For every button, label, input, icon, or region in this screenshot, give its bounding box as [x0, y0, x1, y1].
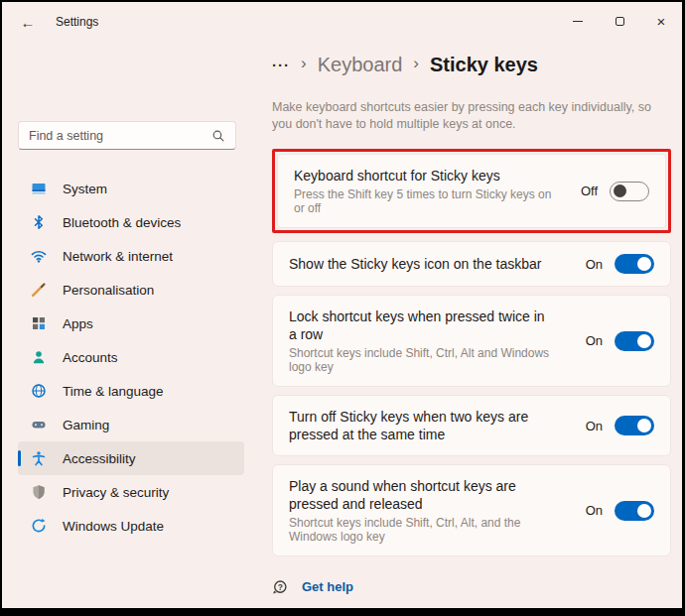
lock-shortcut-toggle[interactable] — [615, 331, 654, 351]
setting-title: Keyboard shortcut for Sticky keys — [294, 167, 554, 185]
sidebar-item-label: System — [63, 182, 107, 196]
sidebar-item-time-language[interactable]: Time & language — [18, 374, 244, 408]
apps-icon — [31, 315, 47, 331]
search-icon — [211, 129, 225, 143]
sidebar-item-label: Accounts — [63, 350, 118, 365]
play-sound-toggle[interactable] — [615, 501, 654, 521]
toggle-knob — [614, 185, 626, 197]
maximize-icon — [616, 17, 624, 26]
sidebar-item-label: Privacy & security — [63, 485, 169, 500]
setting-title: Turn off Sticky keys when two keys are p… — [289, 408, 549, 443]
help-icon: ? — [272, 579, 288, 595]
sidebar-item-label: Time & language — [63, 384, 164, 399]
accessibility-icon — [31, 450, 47, 466]
sidebar-item-system[interactable]: System — [18, 172, 244, 205]
toggle-state-label: On — [586, 419, 603, 433]
sidebar-item-accounts[interactable]: Accounts — [18, 340, 244, 374]
main-content: ··· › Keyboard › Sticky keys Make keyboa… — [260, 42, 682, 608]
setting-card-play-sound: Play a sound when shortcut keys are pres… — [272, 464, 671, 556]
sidebar-item-bluetooth-devices[interactable]: Bluetooth & devices — [18, 205, 244, 239]
sidebar-item-label: Bluetooth & devices — [63, 215, 181, 230]
gaming-icon — [31, 417, 47, 432]
turn-off-two-keys-toggle[interactable] — [615, 416, 654, 435]
toggle-knob — [637, 257, 651, 271]
settings-window: ← Settings × System Bluetooth & dev — [2, 2, 682, 608]
setting-card-keyboard-shortcut: Keyboard shortcut for Sticky keys Press … — [277, 154, 666, 228]
setting-card-lock-shortcut: Lock shortcut keys when pressed twice in… — [272, 295, 671, 387]
search-box[interactable] — [18, 121, 236, 150]
feedback-icon — [272, 608, 288, 609]
page-title: Sticky keys — [430, 54, 538, 76]
sidebar-item-apps[interactable]: Apps — [18, 307, 244, 340]
get-help-link[interactable]: ? Get help — [272, 572, 353, 601]
breadcrumb-ellipsis-button[interactable]: ··· — [272, 57, 290, 73]
setting-title: Lock shortcut keys when pressed twice in… — [289, 308, 549, 343]
back-button[interactable]: ← — [12, 7, 44, 37]
accounts-icon — [31, 349, 47, 365]
sidebar-item-privacy-security[interactable]: Privacy & security — [18, 475, 244, 509]
setting-title: Show the Sticky keys icon on the taskbar — [289, 255, 549, 273]
get-help-label: Get help — [302, 579, 353, 594]
sidebar: System Bluetooth & devices Network & int… — [2, 42, 260, 608]
breadcrumb: ··· › Keyboard › Sticky keys — [272, 50, 682, 79]
toggle-knob — [637, 334, 651, 348]
toggle-knob — [637, 504, 651, 518]
sidebar-item-label: Personalisation — [63, 283, 154, 298]
back-arrow-icon: ← — [21, 14, 36, 31]
windows-update-icon — [31, 518, 47, 534]
maximize-button[interactable] — [599, 2, 640, 40]
give-feedback-link[interactable]: Give feedback — [272, 601, 389, 608]
privacy-icon — [31, 484, 47, 500]
window-title: Settings — [56, 15, 98, 29]
close-button[interactable]: × — [640, 2, 682, 40]
title-bar: ← Settings × — [2, 2, 682, 42]
time-language-icon — [31, 383, 47, 399]
toggle-state-label: On — [586, 257, 603, 272]
network-icon — [31, 248, 47, 264]
minimize-button[interactable] — [557, 2, 599, 40]
sidebar-item-label: Windows Update — [63, 519, 164, 534]
setting-card-turn-off-two-keys: Turn off Sticky keys when two keys are p… — [272, 395, 671, 456]
sidebar-item-network-internet[interactable]: Network & internet — [18, 239, 244, 273]
setting-description: Press the Shift key 5 times to turn Stic… — [294, 187, 564, 215]
sidebar-item-accessibility[interactable]: Accessibility — [18, 441, 244, 475]
toggle-state-label: Off — [581, 184, 598, 198]
sidebar-item-label: Network & internet — [63, 249, 173, 264]
chevron-right-icon: › — [301, 54, 307, 75]
footer-links: ? Get help Give feedback — [272, 572, 682, 608]
bluetooth-icon — [31, 214, 47, 230]
page-description: Make keyboard shortcuts easier by pressi… — [272, 99, 671, 133]
sidebar-item-label: Accessibility — [63, 451, 136, 466]
settings-list: Keyboard shortcut for Sticky keys Press … — [272, 149, 671, 556]
window-controls: × — [557, 2, 682, 42]
sidebar-nav: System Bluetooth & devices Network & int… — [18, 172, 244, 543]
sidebar-item-personalisation[interactable]: Personalisation — [18, 273, 244, 307]
highlight-annotation-box: Keyboard shortcut for Sticky keys Press … — [272, 149, 671, 233]
close-icon: × — [657, 14, 666, 29]
sidebar-item-gaming[interactable]: Gaming — [18, 408, 244, 441]
breadcrumb-keyboard-link[interactable]: Keyboard — [318, 54, 403, 76]
toggle-state-label: On — [586, 333, 603, 348]
toggle-knob — [637, 419, 651, 432]
sidebar-item-label: Apps — [63, 316, 93, 331]
svg-text:?: ? — [278, 581, 283, 591]
search-input[interactable] — [29, 129, 211, 143]
system-icon — [31, 181, 47, 196]
toggle-state-label: On — [586, 503, 603, 518]
sidebar-item-windows-update[interactable]: Windows Update — [18, 509, 244, 543]
setting-description: Shortcut keys include Shift, Ctrl, Alt, … — [289, 516, 559, 544]
taskbar-icon-toggle[interactable] — [615, 254, 654, 274]
sidebar-item-label: Gaming — [63, 418, 109, 432]
personalisation-icon — [31, 282, 47, 298]
chevron-right-icon: › — [413, 54, 419, 75]
setting-title: Play a sound when shortcut keys are pres… — [289, 477, 549, 513]
setting-description: Shortcut keys include Shift, Ctrl, Alt a… — [289, 346, 559, 374]
keyboard-shortcut-toggle[interactable] — [610, 182, 649, 201]
minimize-icon — [573, 21, 583, 22]
setting-card-taskbar-icon: Show the Sticky keys icon on the taskbar… — [272, 241, 671, 287]
